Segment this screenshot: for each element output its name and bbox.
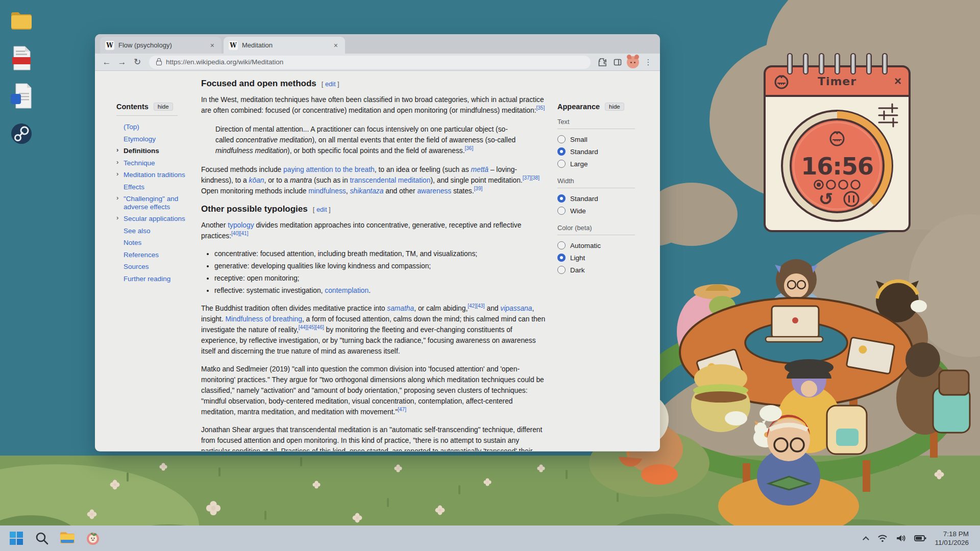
folder-icon[interactable] — [9, 8, 34, 33]
tab-flow-psychology[interactable]: W Flow (psychology) × — [100, 37, 222, 54]
toc-expand-icon[interactable]: › — [116, 214, 118, 222]
article-link[interactable]: awareness — [417, 187, 451, 195]
toc-expand-icon[interactable]: › — [116, 170, 118, 178]
reference[interactable]: [36] — [465, 145, 474, 151]
battery-icon[interactable] — [914, 535, 926, 542]
radio-option-large[interactable]: Large — [557, 158, 635, 170]
edit-link[interactable]: edit — [316, 206, 327, 213]
toc-item-see-also[interactable]: See also — [116, 225, 196, 237]
radio-icon[interactable] — [557, 160, 566, 168]
article-link[interactable]: samatha — [387, 305, 414, 312]
article-link[interactable]: vipassana — [500, 305, 532, 312]
toc-item-references[interactable]: References — [116, 249, 196, 261]
reference[interactable]: [42][43] — [468, 303, 484, 309]
toc-link[interactable]: Further reading — [124, 275, 170, 283]
wifi-icon[interactable] — [877, 534, 888, 542]
toc-expand-icon[interactable]: › — [116, 146, 118, 154]
reference-link[interactable]: [40][41] — [231, 231, 248, 236]
article-link[interactable]: Mindfulness of breathing — [226, 315, 302, 323]
toc-link[interactable]: Meditation traditions — [124, 171, 185, 179]
tab-meditation[interactable]: W Meditation × — [224, 37, 345, 54]
toc-item-sources[interactable]: Sources — [116, 261, 196, 273]
reload-icon[interactable]: ↻ — [131, 56, 144, 69]
volume-icon[interactable] — [896, 534, 906, 542]
back-icon[interactable]: ← — [100, 56, 113, 69]
toc-item-technique[interactable]: ›Technique — [116, 157, 196, 169]
toc-item-further-reading[interactable]: Further reading — [116, 273, 196, 285]
radio-option-standard[interactable]: Standard — [557, 145, 635, 158]
reference[interactable]: [39] — [474, 186, 483, 191]
article-link[interactable]: shikantaza — [350, 187, 383, 195]
reference-link[interactable]: [39] — [474, 186, 483, 191]
reference-link[interactable]: [36] — [465, 145, 474, 151]
steam-icon[interactable] — [9, 121, 34, 146]
radio-selected-icon[interactable] — [557, 147, 566, 156]
toc-expand-icon[interactable]: › — [116, 159, 118, 166]
menu-kebab-icon[interactable]: ⋮ — [642, 56, 655, 69]
tray-chevron-icon[interactable] — [865, 536, 869, 541]
toc-link[interactable]: Sources — [124, 263, 149, 270]
radio-selected-icon[interactable] — [557, 254, 566, 262]
radio-option-dark[interactable]: Dark — [557, 264, 635, 276]
extensions-icon[interactable] — [596, 56, 609, 69]
radio-icon[interactable] — [557, 207, 566, 215]
article-link[interactable]: transcendental meditation — [350, 177, 430, 184]
radio-option-light[interactable]: Light — [557, 252, 635, 264]
reference-link[interactable]: [37][38] — [523, 175, 540, 181]
toc-item-top[interactable]: (Top) — [116, 121, 196, 133]
reference[interactable]: [44][45][46] — [299, 324, 324, 330]
radio-option-standard[interactable]: Standard — [557, 192, 635, 205]
reference[interactable]: [40][41] — [231, 231, 248, 236]
toc-item-etymology[interactable]: Etymology — [116, 133, 196, 145]
restart-icon[interactable]: ↺ — [819, 189, 834, 209]
reference-link[interactable]: [47] — [398, 407, 406, 412]
article-link[interactable]: mettā — [471, 166, 488, 173]
tab-close-icon[interactable]: × — [208, 41, 216, 50]
toc-link[interactable]: "Challenging" and adverse effects — [124, 195, 178, 211]
toc-link[interactable]: Technique — [124, 159, 155, 167]
edit-link[interactable]: edit — [325, 80, 336, 88]
toc-item-challenging-and-adverse-effects[interactable]: ›"Challenging" and adverse effects — [116, 193, 196, 213]
search-icon[interactable] — [32, 528, 52, 548]
start-button[interactable] — [6, 528, 27, 548]
timer-settings-icon[interactable] — [879, 104, 897, 127]
radio-option-automatic[interactable]: Automatic — [557, 239, 635, 252]
contents-hide-button[interactable]: hide — [154, 103, 173, 111]
article-link[interactable]: contemplation — [325, 287, 369, 294]
toc-link[interactable]: See also — [124, 227, 151, 235]
profile-avatar[interactable] — [626, 56, 640, 69]
reference[interactable]: [37][38] — [523, 175, 540, 181]
toc-link[interactable]: (Top) — [124, 123, 139, 131]
article-link[interactable]: paying attention to the breath — [283, 166, 375, 173]
toc-link[interactable]: Etymology — [124, 135, 156, 143]
reference-link[interactable]: [42][43] — [468, 303, 484, 309]
toc-item-effects[interactable]: Effects — [116, 181, 196, 193]
appearance-hide-button[interactable]: hide — [605, 103, 624, 111]
article-link[interactable]: kōan — [249, 177, 264, 184]
toc-item-definitions[interactable]: ›Definitions — [116, 145, 196, 157]
toc-item-secular-applications[interactable]: ›Secular applications — [116, 213, 196, 225]
toc-link[interactable]: Notes — [124, 239, 141, 246]
reference-link[interactable]: [35] — [536, 105, 545, 111]
taskbar-clock[interactable]: 7:18 PM 11/01/2026 — [935, 530, 969, 547]
pomodoro-app-icon[interactable] — [83, 528, 103, 548]
toc-item-notes[interactable]: Notes — [116, 237, 196, 249]
toc-link[interactable]: References — [124, 251, 159, 259]
timer-close-icon[interactable]: × — [894, 75, 901, 87]
pdf-document-icon[interactable] — [9, 46, 34, 70]
file-explorer-icon[interactable] — [57, 528, 78, 548]
tab-close-icon[interactable]: × — [332, 41, 340, 50]
radio-option-small[interactable]: Small — [557, 133, 635, 145]
side-panel-icon[interactable] — [611, 56, 624, 69]
reference[interactable]: [47] — [398, 407, 406, 412]
radio-icon[interactable] — [557, 266, 566, 274]
toc-link[interactable]: Secular applications — [124, 215, 185, 222]
radio-icon[interactable] — [557, 241, 566, 249]
toc-link[interactable]: Effects — [124, 183, 144, 191]
url-bar[interactable]: https://en.wikipedia.org/wiki/Meditation — [149, 56, 591, 69]
reference-link[interactable]: [44][45][46] — [299, 324, 324, 330]
toc-item-meditation-traditions[interactable]: ›Meditation traditions — [116, 169, 196, 181]
radio-selected-icon[interactable] — [557, 194, 566, 203]
word-document-icon[interactable] — [9, 84, 34, 108]
reference[interactable]: [35] — [536, 105, 545, 111]
